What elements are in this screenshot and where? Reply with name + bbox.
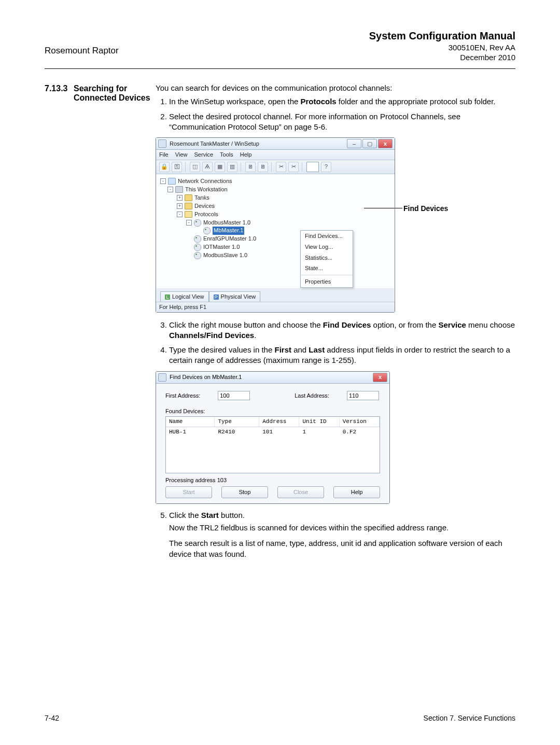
stop-button[interactable]: Stop [221, 486, 268, 498]
tree-iot[interactable]: IOTMaster 1.0 [203, 243, 240, 251]
folder-icon [185, 194, 192, 201]
dialog-close-button[interactable]: x [373, 373, 387, 382]
view-tabs: LLogical View PPhysical View [156, 288, 395, 302]
close-button[interactable]: Close [277, 486, 324, 498]
toolbar-sep [185, 162, 187, 172]
tree-selected-channel[interactable]: MbMaster.1 [213, 227, 244, 235]
key-icon[interactable]: ⚿ [172, 162, 182, 172]
dev-icon[interactable]: ▥ [227, 162, 237, 172]
col-unitid: Unit ID [299, 417, 339, 427]
processing-status: Processing address 103 [165, 476, 380, 484]
ctx-view-log[interactable]: View Log... [301, 242, 353, 252]
menu-view[interactable]: View [175, 151, 188, 158]
header-product: Rosemount Raptor [45, 46, 119, 56]
expand-icon[interactable]: + [177, 203, 183, 209]
step-2: Select the desired protocol channel. For… [169, 111, 515, 133]
expand-icon[interactable]: - [167, 187, 173, 192]
first-address-input[interactable]: 100 [218, 391, 250, 401]
section-number: 7.13.3 [45, 84, 67, 93]
doc1-icon[interactable]: 🗎 [245, 162, 256, 172]
gauge-icon[interactable]: ◫ [190, 162, 200, 172]
step-5: Click the Start button. Now the TRL2 fie… [169, 510, 515, 559]
section-footer: Section 7. Service Functions [424, 714, 515, 722]
window-title: Rosemount TankMaster / WinSetup [170, 140, 347, 148]
menu-help[interactable]: Help [240, 151, 252, 158]
app-icon [158, 139, 166, 148]
expand-icon[interactable]: - [160, 178, 166, 184]
expand-icon[interactable]: + [177, 195, 183, 201]
tree-slave[interactable]: ModbusSlave 1.0 [203, 251, 247, 260]
tree-protocols[interactable]: Protocols [194, 210, 218, 219]
close-button[interactable]: x [378, 139, 393, 148]
section-title: Searching for Connected Devices [74, 84, 153, 103]
menubar: File View Service Tools Help [156, 150, 395, 160]
protocol-icon [194, 244, 201, 251]
cut2-icon[interactable]: ✂ [288, 162, 299, 172]
network-icon [168, 178, 176, 185]
found-devices-list: Name Type Address Unit ID Version HUB-1 … [165, 416, 380, 473]
props-icon[interactable]: ▦ [215, 162, 225, 172]
tab-physical-view[interactable]: PPhysical View [209, 291, 261, 302]
channel-icon [203, 227, 211, 234]
maximize-button[interactable]: ▢ [362, 139, 377, 148]
tree-modbusmaster[interactable]: ModbusMaster 1.0 [203, 219, 250, 227]
dialog-icon [158, 373, 166, 382]
stop-icon[interactable]: ◧ [306, 162, 319, 172]
page-number: 7-42 [45, 714, 59, 722]
ctx-state[interactable]: State... [301, 263, 353, 274]
doc-number: 300510EN, Rev AA [369, 43, 515, 52]
col-type: Type [215, 417, 259, 427]
cut-icon[interactable]: ✂ [276, 162, 286, 172]
expand-icon[interactable]: - [186, 220, 192, 226]
minimize-button[interactable]: – [347, 139, 361, 148]
tree-root[interactable]: Network Connections [178, 177, 232, 186]
toolbar-sep [271, 162, 273, 172]
tree-ws[interactable]: This Workstation [185, 186, 228, 194]
intro-text: You can search for devices on the commun… [156, 83, 515, 93]
header-right: System Configuration Manual 300510EN, Re… [369, 30, 515, 62]
section-heading: 7.13.3 Searching for Connected Devices [45, 84, 153, 103]
last-address-input[interactable]: 110 [347, 391, 379, 401]
first-address-label: First Address: [165, 392, 200, 400]
tree-view: -Network Connections -This Workstation +… [156, 174, 395, 288]
winsetup-window: Rosemount TankMaster / WinSetup – ▢ x Fi… [156, 137, 395, 313]
manual-title: System Configuration Manual [369, 30, 515, 42]
protocol-icon [194, 252, 201, 259]
found-devices-label: Found Devices: [165, 407, 380, 415]
step-1: In the WinSetup workspace, open the Prot… [169, 96, 515, 107]
menu-service[interactable]: Service [194, 151, 214, 158]
step-3: Click the right mouse button and choose … [169, 320, 515, 341]
table-row[interactable]: HUB-1 R2410 101 1 0.F2 [166, 427, 380, 473]
header-rule [45, 68, 515, 69]
ctx-separator [301, 275, 353, 275]
statusbar: For Help, press F1 [156, 302, 395, 312]
doc2-icon[interactable]: 🗎 [258, 162, 268, 172]
menu-tools[interactable]: Tools [220, 151, 233, 158]
context-menu: Find Devices... View Log... Statistics..… [300, 230, 353, 288]
manual-page: Rosemount Raptor System Configuration Ma… [0, 0, 560, 745]
toolbar: 🔒 ⚿ ◫ Ѧ ▦ ▥ 🗎 🗎 ✂ ✂ ◧ [156, 160, 395, 174]
tree-tanks[interactable]: Tanks [194, 194, 209, 202]
callout-find-devices: Find Devices [403, 204, 448, 214]
callout-line [364, 208, 402, 208]
titlebar: Rosemount TankMaster / WinSetup – ▢ x [156, 138, 395, 150]
folder-open-icon [185, 211, 192, 218]
toolbar-sep [302, 162, 303, 172]
col-address: Address [259, 417, 299, 427]
tree-enraf[interactable]: EnrafGPUMaster 1.0 [203, 235, 256, 243]
menu-file[interactable]: File [159, 151, 169, 158]
lock-icon[interactable]: 🔒 [159, 162, 170, 172]
expand-icon[interactable]: - [177, 212, 183, 217]
ctx-statistics[interactable]: Statistics... [301, 252, 353, 263]
find-icon[interactable]: Ѧ [202, 162, 213, 172]
help-button[interactable]: Help [333, 486, 380, 498]
help-icon[interactable]: ? [321, 162, 331, 172]
ctx-properties[interactable]: Properties [301, 276, 353, 287]
dialog-title: Find Devices on MbMaster.1 [170, 373, 373, 381]
tree-devices[interactable]: Devices [194, 202, 215, 210]
toolbar-sep [241, 162, 242, 172]
start-button[interactable]: Start [165, 486, 212, 498]
ctx-find-devices[interactable]: Find Devices... [301, 231, 353, 242]
workstation-icon [175, 186, 183, 193]
tab-logical-view[interactable]: LLogical View [160, 291, 209, 302]
